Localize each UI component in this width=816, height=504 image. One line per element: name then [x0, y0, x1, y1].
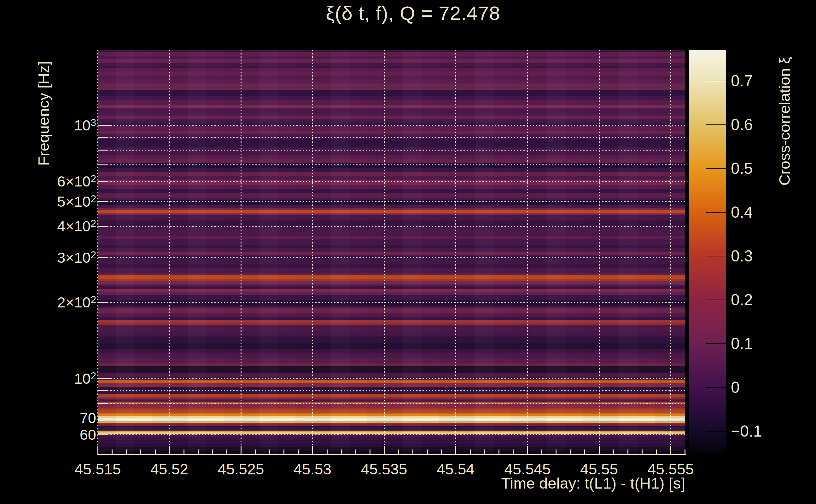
- x-tick-minor: [628, 450, 629, 455]
- heatmap-stripe: [98, 139, 685, 147]
- heatmap-stripe: [98, 281, 685, 284]
- heatmap-stripe: [98, 100, 685, 105]
- x-tick-major: [527, 446, 528, 455]
- heatmap-stripe: [98, 336, 685, 343]
- heatmap-stripe: [98, 343, 685, 349]
- x-tick-minor: [327, 450, 328, 455]
- x-tick-label: 45.515: [57, 461, 139, 478]
- heatmap-stripe: [98, 349, 685, 353]
- x-gridline: [670, 50, 671, 455]
- x-gridline: [169, 50, 170, 455]
- heatmap-stripe: [98, 208, 685, 210]
- chart-title: ξ(δ t, f), Q = 72.478: [0, 2, 816, 24]
- heatmap-stripe: [98, 221, 685, 225]
- x-tick-label: 45.525: [200, 461, 282, 478]
- heatmap-stripe: [98, 90, 685, 96]
- heatmap-stripe: [98, 404, 685, 406]
- y-tick: [98, 302, 107, 303]
- x-tick-major: [670, 446, 671, 455]
- heatmap-stripe: [98, 200, 685, 205]
- colorbar-tick: [706, 431, 726, 432]
- heatmap-stripe: [98, 119, 685, 123]
- x-tick-minor: [227, 450, 227, 455]
- y-tick: [98, 418, 107, 419]
- heatmap-stripe: [98, 172, 685, 176]
- heatmap-stripe: [98, 397, 685, 399]
- heatmap-stripe: [98, 353, 685, 358]
- x-tick-major: [384, 446, 385, 455]
- y-gridline: [98, 164, 685, 165]
- heatmap-stripe: [98, 264, 685, 268]
- x-tick-minor: [427, 450, 428, 455]
- y-tick-label-exponent: 2: [90, 193, 96, 204]
- heatmap-stripe: [98, 440, 685, 444]
- x-tick-label: 45.53: [272, 461, 353, 478]
- heatmap-stripe: [98, 295, 685, 300]
- heatmap-stripe: [98, 317, 685, 320]
- heatmap-stripe: [98, 159, 685, 163]
- heatmap-stripe: [98, 52, 685, 56]
- heatmap-stripe: [98, 198, 685, 200]
- heatmap-stripe: [98, 131, 685, 134]
- heatmap-stripe: [98, 289, 685, 292]
- heatmap-stripe: [98, 63, 685, 66]
- x-tick-minor: [412, 450, 413, 455]
- heatmap-stripe: [98, 72, 685, 76]
- heatmap-stripe: [98, 56, 685, 59]
- y-tick-label-base: 2×10: [57, 294, 90, 311]
- heatmap-stripe: [98, 447, 685, 451]
- heatmap-stripe: [98, 252, 685, 255]
- heatmap-stripe: [98, 116, 685, 119]
- colorbar-tick-label: 0.5: [731, 159, 753, 178]
- colorbar-tick: [706, 300, 726, 300]
- x-tick-label: 45.555: [630, 461, 712, 478]
- y-tick-label-base: 3×10: [57, 249, 90, 266]
- y-gridline: [98, 434, 685, 435]
- x-tick-major: [97, 446, 98, 455]
- heatmap-stripe: [98, 59, 685, 63]
- x-tick-major: [312, 446, 313, 455]
- x-axis-line: [97, 454, 686, 455]
- heatmap-stripe: [98, 427, 685, 431]
- heatmap-stripe: [98, 113, 685, 116]
- heatmap-stripe: [98, 96, 685, 100]
- colorbar: [689, 50, 726, 453]
- y-tick: [98, 403, 107, 404]
- heatmap-stripe: [98, 134, 685, 139]
- y-tick-label-base: 6×10: [57, 173, 90, 190]
- x-gridline: [384, 50, 385, 455]
- y-tick-label: 3×102: [57, 248, 96, 267]
- colorbar-tick: [706, 256, 726, 256]
- heatmap-stripe: [98, 108, 685, 113]
- y-tick: [98, 164, 107, 165]
- y-tick-label-exponent: 2: [90, 173, 96, 184]
- y-tick-label: 60: [80, 425, 96, 444]
- heatmap-stripe: [98, 300, 685, 306]
- y-tick: [98, 434, 107, 435]
- colorbar-tick-label: 0.3: [731, 247, 753, 266]
- x-tick-label: 45.54: [415, 461, 497, 478]
- heatmap-stripe: [98, 105, 685, 108]
- x-tick-label: 45.535: [343, 461, 425, 478]
- x-tick-minor: [183, 450, 184, 455]
- x-tick-minor: [212, 450, 213, 455]
- x-tick-minor: [570, 450, 571, 455]
- colorbar-tick: [706, 343, 726, 344]
- x-gridline: [241, 50, 242, 455]
- y-gridline: [98, 378, 685, 379]
- x-tick-minor: [341, 450, 342, 455]
- colorbar-tick: [706, 212, 726, 213]
- x-tick-minor: [284, 450, 285, 455]
- y-gridline: [98, 418, 685, 419]
- y-gridline: [98, 257, 685, 258]
- y-tick: [98, 125, 112, 126]
- x-tick-minor: [155, 450, 156, 455]
- heatmap-stripe: [98, 83, 685, 90]
- y-tick-label: 70: [80, 409, 96, 427]
- x-tick-major: [455, 446, 456, 455]
- y-tick-label-base: 5×10: [57, 193, 90, 210]
- heatmap-stripe: [98, 313, 685, 317]
- x-tick-minor: [541, 450, 542, 455]
- y-gridline: [98, 302, 685, 303]
- heatmap-stripe: [98, 205, 685, 208]
